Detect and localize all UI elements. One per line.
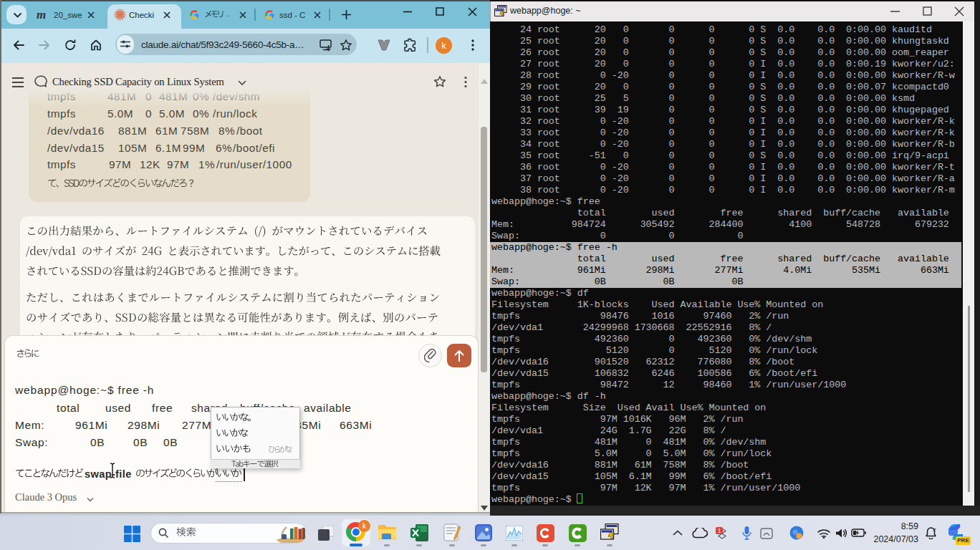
svg-text:z: z (933, 527, 936, 532)
svg-text:1: 1 (718, 527, 721, 534)
